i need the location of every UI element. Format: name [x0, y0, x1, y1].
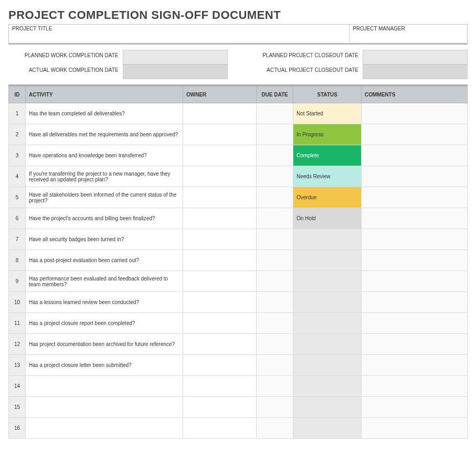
- col-comments: COMMENTS: [362, 85, 468, 103]
- cell-activity[interactable]: Has a project closure report been comple…: [26, 313, 183, 334]
- cell-status[interactable]: Complete: [293, 145, 362, 166]
- cell-duedate[interactable]: [257, 376, 293, 397]
- cell-activity[interactable]: Has a project closure letter been submit…: [26, 355, 183, 376]
- cell-owner[interactable]: [183, 124, 257, 145]
- cell-comments[interactable]: [362, 145, 468, 166]
- col-status: STATUS: [293, 85, 362, 103]
- cell-comments[interactable]: [362, 334, 468, 355]
- cell-status[interactable]: [293, 292, 362, 313]
- cell-status[interactable]: On Hold: [293, 208, 362, 229]
- cell-duedate[interactable]: [257, 271, 293, 292]
- table-row: 4If you're transferring the project to a…: [9, 166, 468, 187]
- cell-comments[interactable]: [362, 166, 468, 187]
- cell-owner[interactable]: [183, 166, 257, 187]
- cell-duedate[interactable]: [257, 418, 293, 439]
- cell-duedate[interactable]: [257, 334, 293, 355]
- cell-activity[interactable]: Has project documentation been archived …: [26, 334, 183, 355]
- cell-status[interactable]: Needs Review: [293, 166, 362, 187]
- project-title-field[interactable]: PROJECT TITLE: [9, 25, 349, 43]
- cell-owner[interactable]: [183, 145, 257, 166]
- planned-work-label: PLANNED WORK COMPLETION DATE: [8, 50, 123, 64]
- cell-comments[interactable]: [362, 418, 468, 439]
- cell-comments[interactable]: [362, 208, 468, 229]
- cell-status[interactable]: [293, 376, 362, 397]
- table-row: 9Has performance been evaluated and feed…: [9, 271, 468, 292]
- cell-status[interactable]: Not Started: [293, 103, 362, 124]
- project-manager-field[interactable]: PROJECT MANAGER: [349, 25, 467, 43]
- cell-duedate[interactable]: [257, 145, 293, 166]
- cell-activity[interactable]: Has a post-project evaluation been carri…: [26, 250, 183, 271]
- cell-comments[interactable]: [362, 397, 468, 418]
- cell-activity[interactable]: [26, 397, 183, 418]
- cell-duedate[interactable]: [257, 187, 293, 208]
- cell-status[interactable]: [293, 271, 362, 292]
- cell-duedate[interactable]: [257, 208, 293, 229]
- cell-id: 9: [9, 271, 26, 292]
- cell-owner[interactable]: [183, 334, 257, 355]
- cell-activity[interactable]: [26, 376, 183, 397]
- cell-comments[interactable]: [362, 250, 468, 271]
- cell-owner[interactable]: [183, 271, 257, 292]
- cell-duedate[interactable]: [257, 355, 293, 376]
- cell-owner[interactable]: [183, 208, 257, 229]
- cell-status[interactable]: In Progress: [293, 124, 362, 145]
- cell-activity[interactable]: [26, 418, 183, 439]
- table-row: 6Have the project's accounts and billing…: [9, 208, 468, 229]
- date-fields: PLANNED WORK COMPLETION DATE PLANNED PRO…: [8, 50, 468, 79]
- col-id: ID: [9, 85, 26, 103]
- cell-status[interactable]: [293, 229, 362, 250]
- cell-activity[interactable]: Have all stakeholders been informed of t…: [26, 187, 183, 208]
- cell-owner[interactable]: [183, 187, 257, 208]
- cell-activity[interactable]: Have operations and knowledge been trans…: [26, 145, 183, 166]
- cell-comments[interactable]: [362, 313, 468, 334]
- actual-work-input[interactable]: [123, 64, 228, 79]
- table-row: 1Has the team completed all deliverables…: [9, 103, 468, 124]
- cell-owner[interactable]: [183, 355, 257, 376]
- cell-duedate[interactable]: [257, 292, 293, 313]
- cell-duedate[interactable]: [257, 229, 293, 250]
- cell-comments[interactable]: [362, 103, 468, 124]
- cell-status[interactable]: [293, 418, 362, 439]
- cell-owner[interactable]: [183, 229, 257, 250]
- cell-id: 8: [9, 250, 26, 271]
- cell-activity[interactable]: Has performance been evaluated and feedb…: [26, 271, 183, 292]
- cell-duedate[interactable]: [257, 166, 293, 187]
- planned-closeout-input[interactable]: [363, 50, 468, 64]
- cell-status[interactable]: [293, 313, 362, 334]
- cell-duedate[interactable]: [257, 313, 293, 334]
- cell-comments[interactable]: [362, 292, 468, 313]
- cell-owner[interactable]: [183, 292, 257, 313]
- cell-owner[interactable]: [183, 103, 257, 124]
- cell-activity[interactable]: Have the project's accounts and billing …: [26, 208, 183, 229]
- cell-duedate[interactable]: [257, 250, 293, 271]
- cell-duedate[interactable]: [257, 103, 293, 124]
- cell-comments[interactable]: [362, 187, 468, 208]
- cell-comments[interactable]: [362, 271, 468, 292]
- cell-id: 4: [9, 166, 26, 187]
- cell-comments[interactable]: [362, 229, 468, 250]
- actual-closeout-input[interactable]: [363, 64, 468, 79]
- cell-status[interactable]: [293, 397, 362, 418]
- table-row: 10Has a lessons learned review been cond…: [9, 292, 468, 313]
- cell-status[interactable]: Overdue: [293, 187, 362, 208]
- cell-status[interactable]: [293, 355, 362, 376]
- cell-activity[interactable]: Has the team completed all deliverables?: [26, 103, 183, 124]
- cell-comments[interactable]: [362, 376, 468, 397]
- cell-owner[interactable]: [183, 250, 257, 271]
- cell-status[interactable]: [293, 334, 362, 355]
- cell-owner[interactable]: [183, 376, 257, 397]
- cell-comments[interactable]: [362, 124, 468, 145]
- cell-comments[interactable]: [362, 355, 468, 376]
- col-activity: ACTIVITY: [26, 85, 183, 103]
- cell-status[interactable]: [293, 250, 362, 271]
- cell-owner[interactable]: [183, 418, 257, 439]
- cell-activity[interactable]: If you're transferring the project to a …: [26, 166, 183, 187]
- cell-activity[interactable]: Has a lessons learned review been conduc…: [26, 292, 183, 313]
- cell-duedate[interactable]: [257, 397, 293, 418]
- cell-owner[interactable]: [183, 397, 257, 418]
- planned-work-input[interactable]: [123, 50, 228, 64]
- cell-activity[interactable]: Have all security badges been turned in?: [26, 229, 183, 250]
- cell-owner[interactable]: [183, 313, 257, 334]
- cell-activity[interactable]: Have all deliverables met the requiremen…: [26, 124, 183, 145]
- cell-duedate[interactable]: [257, 124, 293, 145]
